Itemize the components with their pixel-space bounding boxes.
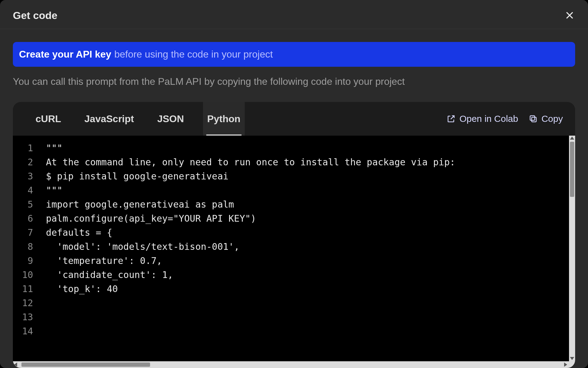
code-content[interactable]: """At the command line, only need to run… [37, 136, 575, 368]
get-code-dialog: Get code Create your API key before usin… [0, 0, 588, 368]
close-icon [564, 10, 575, 21]
language-tabs: cURL JavaScript JSON Python [31, 102, 245, 136]
line-number-gutter: 1234567891011121314 [13, 136, 37, 368]
tab-bar: cURL JavaScript JSON Python Open in Cola… [13, 102, 575, 136]
api-key-banner: Create your API key before using the cod… [13, 42, 575, 67]
vertical-scrollbar[interactable] [569, 136, 575, 361]
dialog-body: Create your API key before using the cod… [0, 29, 588, 368]
svg-rect-2 [532, 117, 536, 122]
vertical-scroll-thumb[interactable] [570, 142, 574, 197]
banner-tail-text: before using the code in your project [114, 49, 273, 60]
tab-python[interactable]: Python [203, 102, 245, 136]
create-api-key-link[interactable]: Create your API key [19, 49, 111, 60]
horizontal-scroll-thumb[interactable] [21, 362, 150, 367]
open-external-icon [447, 114, 456, 123]
code-card: cURL JavaScript JSON Python Open in Cola… [13, 102, 575, 368]
copy-label: Copy [541, 114, 563, 124]
subtitle-text: You can call this prompt from the PaLM A… [13, 76, 575, 87]
open-in-colab-label: Open in Colab [459, 114, 518, 124]
scroll-up-icon [570, 137, 574, 140]
code-area: 1234567891011121314 """At the command li… [13, 136, 575, 368]
scrollbar-corner [569, 361, 575, 368]
open-in-colab-button[interactable]: Open in Colab [447, 114, 518, 124]
close-button[interactable] [563, 9, 576, 22]
copy-button[interactable]: Copy [529, 114, 563, 124]
tab-curl[interactable]: cURL [31, 102, 66, 136]
tab-javascript[interactable]: JavaScript [80, 102, 138, 136]
scroll-down-icon [570, 357, 574, 360]
tab-json[interactable]: JSON [153, 102, 188, 136]
scroll-right-icon [564, 362, 567, 367]
svg-rect-3 [530, 116, 535, 120]
dialog-header: Get code [0, 0, 588, 29]
horizontal-scrollbar[interactable] [13, 361, 569, 368]
code-actions: Open in Colab Copy [447, 102, 563, 136]
scroll-left-icon [14, 362, 17, 367]
copy-icon [529, 114, 538, 123]
dialog-title: Get code [13, 9, 57, 21]
